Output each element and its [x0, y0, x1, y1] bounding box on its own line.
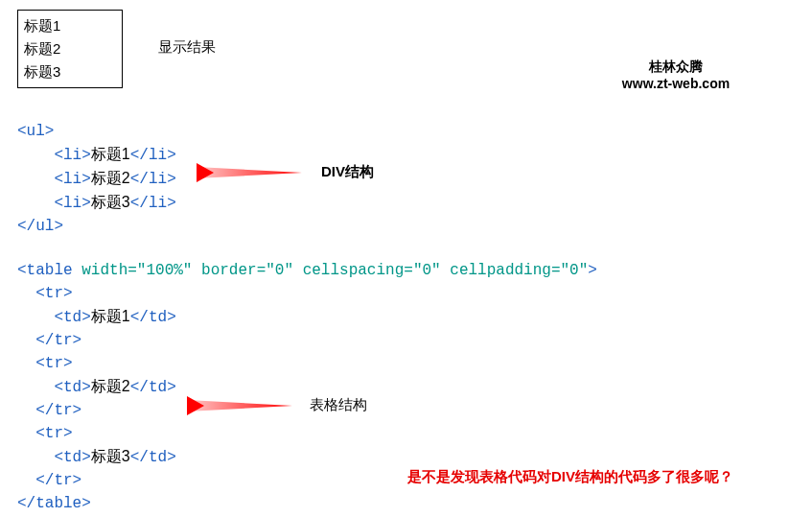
code-text: <table — [17, 262, 73, 279]
list-item: 标题3 — [24, 60, 116, 83]
code-text: </li> — [130, 147, 176, 164]
brand-block: 桂林众腾 www.zt-web.com — [609, 58, 743, 92]
code-text: 标题2 — [91, 170, 130, 186]
code-text: <li> — [54, 195, 90, 212]
code-text: width="100%" border="0" cellspacing="0" … — [81, 262, 588, 279]
code-text: </tr> — [35, 332, 81, 349]
code-text: </tr> — [35, 472, 81, 489]
code-text: </li> — [130, 195, 176, 212]
code-text: </ul> — [17, 218, 63, 235]
code-text: 标题3 — [91, 194, 130, 210]
list-item: 标题1 — [24, 14, 116, 37]
table-structure-label: 表格结构 — [310, 396, 367, 414]
code-text: <li> — [54, 147, 90, 164]
code-text: </tr> — [35, 402, 81, 419]
code-text: 标题3 — [91, 448, 130, 464]
list-item: 标题2 — [24, 37, 116, 60]
arrow-icon — [187, 396, 302, 415]
code-text: </table> — [17, 495, 91, 512]
example-output-box: 标题1 标题2 标题3 — [17, 10, 123, 88]
code-text: <ul> — [17, 123, 54, 140]
svg-marker-3 — [187, 396, 204, 415]
arrow-icon — [197, 163, 312, 182]
brand-name: 桂林众腾 — [609, 58, 743, 75]
code-text: 标题1 — [91, 146, 130, 162]
code-text: <td> — [54, 309, 90, 326]
code-text: <li> — [54, 171, 90, 188]
svg-marker-1 — [197, 163, 214, 182]
code-text: </td> — [130, 379, 176, 396]
code-text: 标题2 — [91, 378, 130, 394]
comparison-note: 是不是发现表格代码对DIV结构的代码多了很多呢？ — [407, 468, 733, 486]
brand-url: www.zt-web.com — [609, 75, 743, 92]
code-block-ul: <ul> <li>标题1</li> <li>标题2</li> <li>标题3</… — [17, 120, 176, 238]
code-text: <td> — [54, 449, 90, 466]
div-structure-label: DIV结构 — [321, 163, 374, 181]
code-text: </td> — [130, 309, 176, 326]
code-text: <tr> — [35, 425, 72, 442]
code-text: 标题1 — [91, 308, 130, 324]
code-text: </td> — [130, 449, 176, 466]
code-text: <tr> — [35, 285, 72, 302]
code-text: <tr> — [35, 355, 72, 372]
display-result-label: 显示结果 — [158, 38, 216, 57]
code-text: </li> — [130, 171, 176, 188]
code-text: <td> — [54, 379, 90, 396]
code-text: > — [588, 262, 597, 279]
